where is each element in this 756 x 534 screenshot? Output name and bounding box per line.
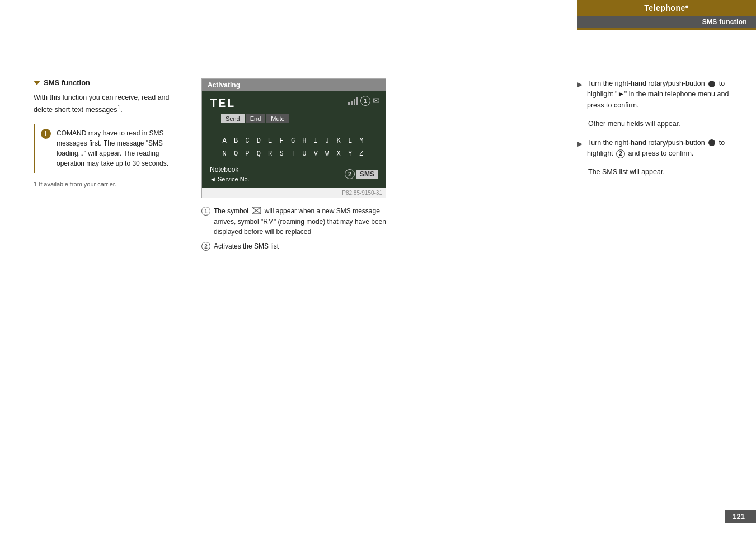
bullet-2-text: Turn the right-hand rotary/push-button <box>587 139 705 147</box>
signal-bar-3 <box>354 99 355 105</box>
envelope-cross-svg <box>252 207 261 214</box>
note-item-2: 2 Activates the SMS list <box>201 241 386 251</box>
diagram-notes: 1 The symbol will appear when a new SMS … <box>201 206 386 251</box>
signal-bars <box>348 97 358 105</box>
service-label: ◄ Service No. <box>210 176 250 182</box>
send-btn: Send <box>221 114 245 123</box>
notebook-label: Notebook <box>210 166 250 174</box>
circle-2: 2 <box>345 169 355 179</box>
left-column: SMS function With this function you can … <box>34 78 190 188</box>
signal-bar-4 <box>356 97 358 105</box>
info-box-text: COMAND may have to read in SMS messages … <box>57 128 185 168</box>
bullet-2-circle: 2 <box>616 149 625 158</box>
bullet-item-2: ▶ Turn the right-hand rotary/push-button… <box>577 138 734 160</box>
screen-dash: – <box>210 125 378 134</box>
alphabet-row2: N O P Q R S T U V W X Y Z <box>210 149 378 160</box>
header-telephone: Telephone* <box>577 0 756 16</box>
sms-label: SMS <box>356 170 378 179</box>
diagram-box: Activating TEL 1 ✉ Send End <box>201 78 386 198</box>
other-menu-text: Other menu fields will appear. <box>588 119 734 129</box>
bullet-1-content: Turn the right-hand rotary/push-button t… <box>587 78 734 111</box>
bullet-dot-1 <box>708 81 715 87</box>
footnote-ref: 1 <box>117 104 120 110</box>
header-section: Telephone* SMS function <box>577 0 756 30</box>
note-circle-2: 2 <box>201 242 210 251</box>
screen-buttons: Send End Mute <box>221 114 378 123</box>
bullet-arrow-2: ▶ <box>577 138 583 149</box>
bullet-2-end: and press to confirm. <box>628 149 694 157</box>
header-sms: SMS function <box>577 16 756 30</box>
signal-bar-2 <box>351 101 353 105</box>
circle-1: 1 <box>360 96 370 106</box>
bullet-arrow-1: ▶ <box>577 79 583 90</box>
diagram-title: Activating <box>202 79 386 91</box>
intro-text: With this function you can receive, read… <box>34 92 190 116</box>
note-1-text: The symbol will appear when a new SMS me… <box>214 206 386 237</box>
section-title: SMS function <box>34 78 190 87</box>
screen-tel-label: TEL <box>210 97 236 111</box>
bullet-1-text: Turn the right-hand rotary/push-button <box>587 79 705 87</box>
screen-top-right: 1 ✉ <box>348 96 380 106</box>
envelope-icon: ✉ <box>373 96 380 106</box>
intro-main: With this function you can receive, read… <box>34 93 170 114</box>
info-box: i COMAND may have to read in SMS message… <box>34 124 190 173</box>
mid-column: Activating TEL 1 ✉ Send End <box>201 78 386 256</box>
mute-btn: Mute <box>266 114 289 123</box>
note-item-1: 1 The symbol will appear when a new SMS … <box>201 206 386 237</box>
sms-list-text: The SMS list will appear. <box>588 167 734 177</box>
right-column: ▶ Turn the right-hand rotary/push-button… <box>577 78 734 186</box>
note-2-text: Activates the SMS list <box>214 241 279 251</box>
note-circle-1: 1 <box>201 207 210 216</box>
section-title-text: SMS function <box>44 78 90 87</box>
sms-button: 2 SMS <box>345 169 378 179</box>
diagram-ref: P82.85-9150-31 <box>202 188 386 198</box>
footnote-text: 1 If available from your carrier. <box>34 181 190 188</box>
envelope-inline-icon <box>252 207 261 217</box>
signal-bar-1 <box>348 102 350 105</box>
note-1-prefix: The symbol <box>214 207 248 215</box>
diagram-screen: TEL 1 ✉ Send End Mute – <box>202 91 386 188</box>
page-number: 121 <box>725 510 756 523</box>
bullet-item-1: ▶ Turn the right-hand rotary/push-button… <box>577 78 734 111</box>
alphabet-row1: A B C D E F G H I J K L M <box>210 136 378 147</box>
bullet-dot-2 <box>708 139 715 146</box>
info-icon: i <box>41 129 51 139</box>
bullet-2-content: Turn the right-hand rotary/push-button t… <box>587 138 734 160</box>
end-btn: End <box>246 114 266 123</box>
screen-bottom: Notebook ◄ Service No. 2 SMS <box>210 162 378 184</box>
triangle-icon <box>34 81 40 85</box>
